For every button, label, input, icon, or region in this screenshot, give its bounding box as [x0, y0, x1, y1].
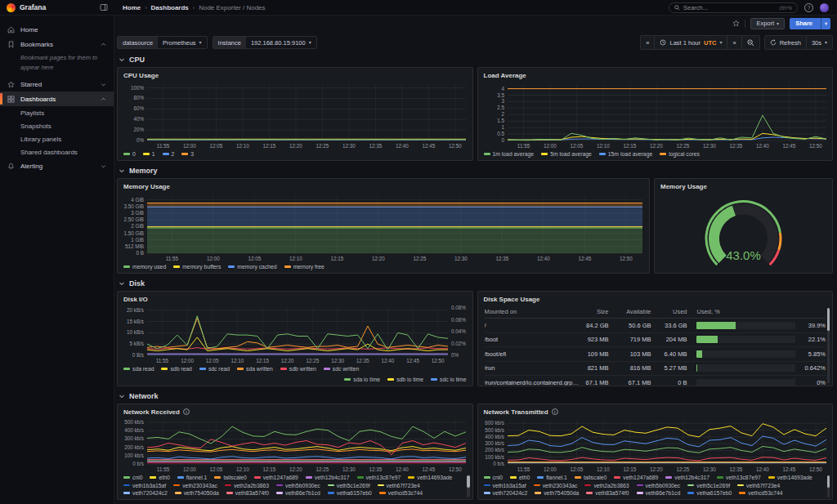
legend-item[interactable]: sda read: [123, 366, 154, 372]
legend-item[interactable]: veth86e7b1cd: [637, 490, 681, 496]
legend-item[interactable]: 15m load average: [599, 151, 652, 157]
legend-item[interactable]: memory used: [123, 264, 166, 270]
legend-item[interactable]: veth86e7b1cd: [276, 490, 320, 496]
legend-item[interactable]: vethe243f4f1: [175, 498, 216, 500]
legend-item[interactable]: sdb io time: [387, 377, 423, 382]
legend-item[interactable]: eth0: [150, 475, 169, 480]
legend-item[interactable]: 1: [143, 151, 155, 157]
sidebar-item-starred[interactable]: Starred: [0, 77, 114, 91]
section-header-network[interactable]: Network: [119, 392, 831, 400]
legend-item[interactable]: vetha6157eb0: [687, 490, 732, 496]
legend-item[interactable]: sdb read: [161, 366, 191, 372]
table-scrollbar[interactable]: [827, 308, 830, 383]
legend-item[interactable]: memory buffers: [173, 264, 221, 270]
load-average-chart[interactable]: 00.511.522.533.5411:5512:0012:0512:1012:…: [478, 80, 833, 150]
time-shift-forward-button[interactable]: »: [727, 36, 741, 49]
grafana-logo-icon[interactable]: [7, 3, 16, 12]
panel-title[interactable]: Network Receivedi: [118, 404, 472, 417]
legend-item[interactable]: vethebf43c29: [584, 498, 626, 500]
panel-title[interactable]: Memory Usage: [118, 179, 649, 191]
time-shift-back-button[interactable]: «: [641, 36, 654, 49]
search-input[interactable]: Search... ctrl+k: [669, 2, 798, 13]
legend-item[interactable]: veth83a574f0: [586, 490, 629, 496]
legend-item[interactable]: veth5c1e269f: [328, 483, 370, 488]
sidebar-item-dashboards[interactable]: Dashboards: [0, 91, 114, 106]
legend-item[interactable]: veth230343ac: [534, 483, 578, 488]
legend-item[interactable]: sdc io time: [431, 377, 466, 382]
legend-item[interactable]: veth67f723e4: [378, 483, 420, 488]
legend-item[interactable]: veth12b4c317: [665, 475, 709, 480]
sidebar-item-home[interactable]: Home: [0, 22, 114, 37]
legend-item[interactable]: veth230343ac: [173, 483, 217, 488]
network-transmitted-chart[interactable]: 0 b/s100 kb/s200 kb/s300 kb/s400 kb/s500…: [478, 417, 833, 474]
legend-item[interactable]: vethf74839f6: [273, 498, 314, 500]
refresh-interval-picker[interactable]: 30s▾: [806, 36, 832, 49]
legend-item[interactable]: veth2a2b3863: [225, 483, 269, 488]
legend-item[interactable]: vethde445777: [123, 498, 168, 500]
legend-item[interactable]: vethde445777: [484, 498, 528, 500]
panel-title[interactable]: CPU Usage: [118, 68, 472, 80]
cpu-usage-chart[interactable]: 0%20%40%60%80%100%11:5512:0012:0512:1012…: [118, 80, 472, 150]
legend-item[interactable]: veth720424c2: [123, 490, 168, 496]
legend-item[interactable]: sda io time: [344, 377, 380, 382]
refresh-button[interactable]: Refresh: [765, 36, 806, 49]
disk-io-chart[interactable]: 0 B/s5 kB/s10 kB/s15 kB/s20 kB/s11:5512:…: [118, 304, 472, 365]
sidebar-item-playlists[interactable]: Playlists: [0, 106, 114, 119]
legend-item[interactable]: logical cores: [660, 151, 700, 157]
legend-scrollbar[interactable]: [827, 475, 830, 497]
share-button[interactable]: Share ▾: [790, 18, 830, 29]
legend-item[interactable]: cni0: [123, 475, 142, 480]
sidebar-item-alerting[interactable]: Alerting: [0, 158, 114, 173]
legend-item[interactable]: 0: [123, 151, 136, 157]
legend-item[interactable]: veth14693ade: [408, 475, 452, 480]
legend-item[interactable]: veth1247a689: [254, 475, 298, 480]
time-range-picker[interactable]: Last 1 hour UTC ▾: [654, 36, 727, 49]
user-avatar[interactable]: [820, 3, 829, 12]
legend-item[interactable]: veth754050da: [535, 490, 579, 496]
legend-item[interactable]: 2: [163, 151, 175, 157]
legend-item[interactable]: flannel.1: [177, 475, 208, 480]
instance-variable[interactable]: Instance 192.168.80.15:9100▾: [213, 36, 317, 49]
share-menu-caret[interactable]: ▾: [821, 18, 830, 29]
info-icon[interactable]: i: [552, 408, 558, 415]
time-zoom-out-button[interactable]: [741, 36, 759, 49]
network-received-chart[interactable]: 0 b/s100 kb/s200 kb/s300 kb/s400 kb/s500…: [118, 417, 472, 474]
legend-item[interactable]: veth720424c2: [484, 490, 528, 496]
legend-item[interactable]: 1m load average: [484, 151, 535, 157]
legend-item[interactable]: tailscale0: [575, 475, 606, 480]
legend-scrollbar[interactable]: [467, 475, 470, 497]
breadcrumb-home[interactable]: Home: [123, 4, 141, 11]
legend-item[interactable]: memory cached: [228, 264, 276, 270]
legend-item[interactable]: vethcd53c744: [739, 490, 782, 496]
legend-item[interactable]: veth754050da: [175, 490, 219, 496]
legend-item[interactable]: veth13c87e97: [717, 475, 761, 480]
legend-item[interactable]: veth5b0930ec: [637, 483, 681, 488]
legend-item[interactable]: 5m load average: [541, 151, 592, 157]
legend-item[interactable]: flannel.1: [537, 475, 567, 480]
legend-item[interactable]: veth1b3a15af: [484, 483, 526, 488]
legend-item[interactable]: veth14693ade: [768, 475, 812, 480]
help-icon[interactable]: ?: [804, 3, 813, 12]
legend-item[interactable]: veth5b0930ec: [276, 483, 320, 488]
legend-item[interactable]: veth1247a689: [614, 475, 658, 480]
sidebar-item-library-panels[interactable]: Library panels: [0, 132, 114, 145]
legend-item[interactable]: veth83a574f0: [226, 490, 269, 496]
datasource-variable[interactable]: datasource Prometheus▾: [117, 36, 208, 49]
export-button[interactable]: Export▾: [750, 18, 785, 29]
legend-item[interactable]: vethf74839f6: [633, 498, 674, 500]
legend-item[interactable]: veth12b4c317: [306, 475, 350, 480]
panel-title[interactable]: Disk I/O: [118, 292, 472, 304]
legend-item[interactable]: veth1b3a15af: [123, 483, 166, 488]
legend-item[interactable]: veth2a2b3863: [584, 483, 629, 488]
legend-item[interactable]: memory free: [284, 264, 325, 270]
sidebar-item-bookmarks[interactable]: Bookmarks: [0, 37, 114, 51]
sidebar-item-snapshots[interactable]: Snapshots: [0, 119, 114, 132]
legend-item[interactable]: sdc read: [199, 366, 230, 372]
legend-item[interactable]: sdc written: [324, 366, 359, 372]
legend-item[interactable]: sdb written: [280, 366, 316, 372]
memory-usage-chart[interactable]: 0 B512 MiB1 GiB1.50 GiB2 GiB2.50 GiB3 Gi…: [118, 191, 649, 263]
legend-item[interactable]: veth13c87e97: [357, 475, 401, 480]
panel-title[interactable]: Disk Space Usage: [478, 292, 833, 304]
legend-item[interactable]: vethcd53c744: [379, 490, 423, 496]
panel-title[interactable]: Network Transmittedi: [478, 404, 833, 417]
